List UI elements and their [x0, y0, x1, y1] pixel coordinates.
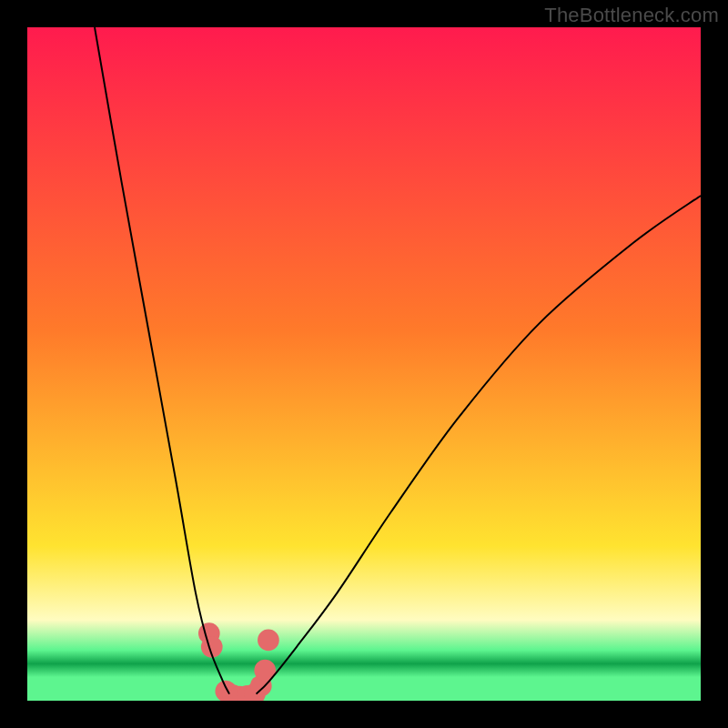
chart-frame: TheBottleneck.com	[0, 0, 728, 728]
marker-dot	[258, 630, 279, 652]
chart-svg	[27, 27, 701, 701]
gradient-background	[27, 27, 701, 701]
plot-area	[27, 27, 701, 701]
attribution-label: TheBottleneck.com	[544, 4, 719, 27]
